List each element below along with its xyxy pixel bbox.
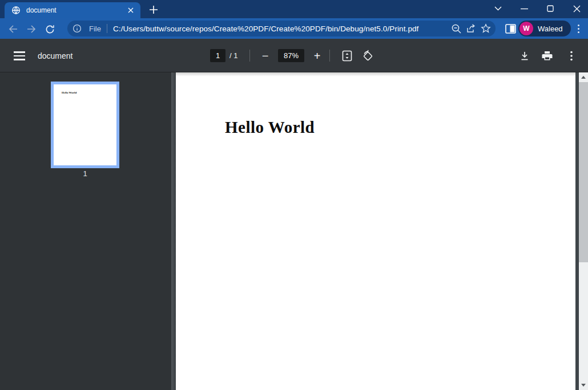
avatar: W bbox=[519, 22, 533, 35]
side-panel-icon[interactable] bbox=[504, 22, 517, 35]
print-icon[interactable] bbox=[539, 48, 555, 63]
info-icon[interactable] bbox=[70, 21, 84, 36]
toolbar-separator bbox=[249, 50, 250, 62]
new-tab-button[interactable] bbox=[146, 3, 161, 17]
maximize-icon[interactable] bbox=[539, 0, 562, 17]
pdf-toolbar: document / 1 − 87% + bbox=[0, 39, 588, 72]
bookmark-star-icon[interactable] bbox=[478, 21, 493, 36]
zoom-out-button[interactable]: − bbox=[257, 48, 273, 63]
hamburger-menu-icon[interactable] bbox=[13, 48, 27, 63]
page-thumbnail[interactable]: Hello World bbox=[51, 82, 119, 168]
browser-kebab-menu-icon[interactable] bbox=[573, 22, 583, 35]
globe-icon bbox=[11, 6, 21, 15]
toolbar-separator bbox=[329, 50, 330, 62]
zoom-level-value[interactable]: 87% bbox=[278, 49, 304, 62]
profile-name: Waleed bbox=[538, 25, 563, 33]
forward-arrow-icon[interactable] bbox=[24, 22, 39, 36]
vertical-scrollbar[interactable] bbox=[579, 72, 588, 390]
tab-search-chevron-down-icon[interactable] bbox=[486, 0, 509, 17]
pdf-viewer-content: Hello World 1 Hello World bbox=[0, 72, 588, 390]
window-titlebar: document bbox=[0, 0, 588, 18]
document-heading: Hello World bbox=[225, 118, 315, 137]
zoom-out-magnifier-icon[interactable] bbox=[449, 21, 464, 36]
thumbnail-text: Hello World bbox=[54, 84, 116, 94]
profile-chip[interactable]: W Waleed bbox=[518, 21, 571, 36]
address-bar[interactable]: File C:/Users/buttw/source/repos/Create%… bbox=[67, 21, 496, 36]
minimize-icon[interactable] bbox=[513, 0, 535, 17]
pdf-kebab-menu-icon[interactable] bbox=[563, 48, 579, 63]
pdf-document-title: document bbox=[38, 39, 73, 72]
thumbnail-page-number: 1 bbox=[51, 169, 119, 178]
scroll-down-arrow-icon[interactable] bbox=[579, 380, 588, 390]
tab-close-icon[interactable] bbox=[126, 5, 136, 15]
scroll-up-arrow-icon[interactable] bbox=[579, 72, 588, 82]
back-arrow-icon[interactable] bbox=[6, 22, 21, 36]
sidebar-divider[interactable] bbox=[171, 72, 176, 390]
close-icon[interactable] bbox=[565, 0, 588, 17]
page-count-label: / 1 bbox=[229, 39, 237, 72]
reload-icon[interactable] bbox=[42, 22, 57, 36]
download-icon[interactable] bbox=[517, 48, 532, 63]
url-scheme-label: File bbox=[89, 25, 101, 33]
zoom-in-button[interactable]: + bbox=[309, 48, 325, 63]
scrollbar-thumb[interactable] bbox=[579, 82, 588, 262]
browser-tab[interactable]: document bbox=[5, 2, 140, 18]
rotate-icon[interactable] bbox=[360, 48, 376, 63]
thumbnail-sidebar: Hello World 1 bbox=[0, 72, 171, 390]
fit-page-icon[interactable] bbox=[339, 48, 355, 63]
page-number-input[interactable] bbox=[210, 49, 225, 62]
url-text[interactable]: C:/Users/buttw/source/repos/Create%20PDF… bbox=[113, 25, 449, 33]
tab-title: document bbox=[26, 6, 126, 14]
pdf-page: Hello World bbox=[176, 72, 575, 390]
browser-toolbar: File C:/Users/buttw/source/repos/Create%… bbox=[0, 18, 588, 39]
share-icon[interactable] bbox=[464, 21, 478, 36]
omnibox-separator bbox=[107, 24, 107, 33]
